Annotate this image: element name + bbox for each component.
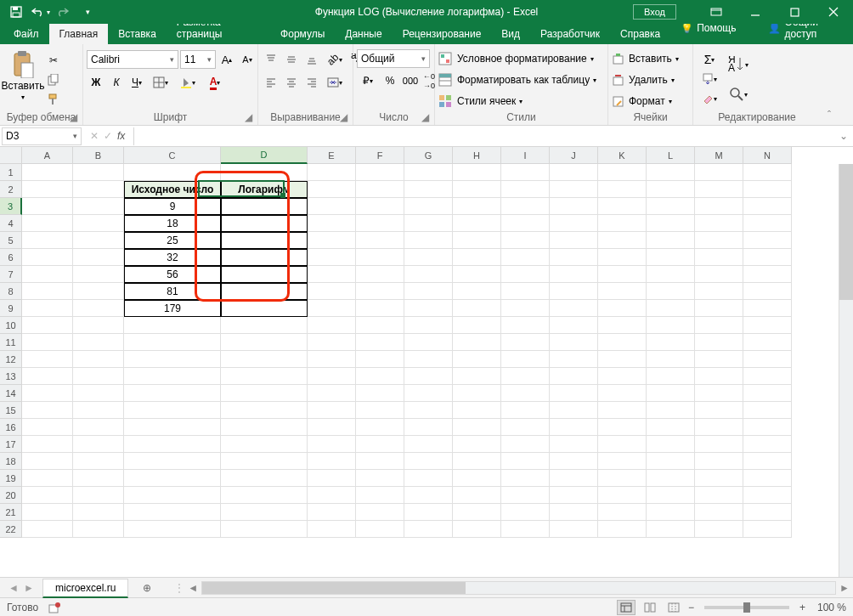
col-header-D[interactable]: D: [221, 147, 308, 164]
cell-D15[interactable]: [221, 402, 308, 419]
cell-L18[interactable]: [647, 453, 695, 470]
cell-A14[interactable]: [22, 385, 73, 402]
cell-E15[interactable]: [308, 402, 356, 419]
name-box[interactable]: D3▾: [2, 127, 82, 145]
cell-D11[interactable]: [221, 334, 308, 351]
cell-N12[interactable]: [743, 351, 792, 368]
tab-file[interactable]: Файл: [3, 24, 49, 44]
cell-I7[interactable]: [501, 266, 550, 283]
cell-H1[interactable]: [453, 164, 501, 181]
cancel-formula-icon[interactable]: ✕: [90, 130, 99, 142]
cell-C20[interactable]: [124, 487, 221, 504]
cell-L6[interactable]: [647, 249, 695, 266]
cell-D14[interactable]: [221, 385, 308, 402]
cell-B7[interactable]: [73, 266, 124, 283]
cell-N3[interactable]: [743, 198, 792, 215]
cell-C9[interactable]: 179: [124, 300, 221, 317]
row-header-9[interactable]: 9: [0, 300, 22, 317]
cell-H2[interactable]: [453, 181, 501, 198]
cell-A3[interactable]: [22, 198, 73, 215]
cell-A13[interactable]: [22, 368, 73, 385]
cell-I19[interactable]: [501, 470, 550, 487]
cell-A7[interactable]: [22, 266, 73, 283]
cell-D8[interactable]: [221, 283, 308, 300]
cell-F11[interactable]: [356, 334, 404, 351]
cell-E2[interactable]: [308, 181, 356, 198]
cell-L19[interactable]: [647, 470, 695, 487]
macro-record-icon[interactable]: [48, 602, 60, 613]
cell-I16[interactable]: [501, 419, 550, 436]
col-header-B[interactable]: B: [73, 147, 124, 164]
find-select-button[interactable]: ▾: [724, 80, 753, 109]
cell-M10[interactable]: [695, 317, 743, 334]
zoom-value[interactable]: 100 %: [811, 602, 846, 613]
cell-K22[interactable]: [598, 521, 647, 538]
cell-L21[interactable]: [647, 504, 695, 521]
cell-J12[interactable]: [550, 351, 598, 368]
cell-J20[interactable]: [550, 487, 598, 504]
cell-I21[interactable]: [501, 504, 550, 521]
cell-K4[interactable]: [598, 215, 647, 232]
cell-F4[interactable]: [356, 215, 404, 232]
align-right-button[interactable]: [302, 73, 321, 92]
cell-M3[interactable]: [695, 198, 743, 215]
tab-help[interactable]: Справка: [610, 24, 670, 44]
prev-sheet-icon[interactable]: ◄: [8, 582, 19, 594]
cell-E14[interactable]: [308, 385, 356, 402]
cell-B4[interactable]: [73, 215, 124, 232]
cell-J14[interactable]: [550, 385, 598, 402]
col-header-E[interactable]: E: [308, 147, 356, 164]
cell-N15[interactable]: [743, 402, 792, 419]
cell-G18[interactable]: [404, 453, 453, 470]
cell-D21[interactable]: [221, 504, 308, 521]
login-button[interactable]: Вход: [633, 4, 676, 20]
cell-M12[interactable]: [695, 351, 743, 368]
collapse-ribbon-button[interactable]: ˆ: [821, 44, 838, 125]
cell-G7[interactable]: [404, 266, 453, 283]
align-bottom-button[interactable]: [302, 50, 321, 69]
cell-A12[interactable]: [22, 351, 73, 368]
borders-button[interactable]: ▾: [148, 73, 173, 92]
cell-I12[interactable]: [501, 351, 550, 368]
view-page-layout-button[interactable]: [641, 600, 659, 615]
fill-color-button[interactable]: ▾: [175, 73, 201, 92]
col-header-H[interactable]: H: [453, 147, 501, 164]
cell-A1[interactable]: [22, 164, 73, 181]
cell-F8[interactable]: [356, 283, 404, 300]
cell-G19[interactable]: [404, 470, 453, 487]
cell-G8[interactable]: [404, 283, 453, 300]
cell-B1[interactable]: [73, 164, 124, 181]
cell-B22[interactable]: [73, 521, 124, 538]
cell-F12[interactable]: [356, 351, 404, 368]
cell-D1[interactable]: [221, 164, 308, 181]
cell-E9[interactable]: [308, 300, 356, 317]
cell-H19[interactable]: [453, 470, 501, 487]
cell-K17[interactable]: [598, 436, 647, 453]
cell-K11[interactable]: [598, 334, 647, 351]
cell-K1[interactable]: [598, 164, 647, 181]
cell-K20[interactable]: [598, 487, 647, 504]
cell-B5[interactable]: [73, 232, 124, 249]
add-sheet-button[interactable]: ⊕: [137, 579, 157, 597]
cell-H16[interactable]: [453, 419, 501, 436]
cell-H20[interactable]: [453, 487, 501, 504]
cell-G15[interactable]: [404, 402, 453, 419]
cell-D3[interactable]: [221, 198, 308, 215]
row-header-17[interactable]: 17: [0, 436, 22, 453]
cell-C2[interactable]: Исходное число: [124, 181, 221, 198]
cell-N2[interactable]: [743, 181, 792, 198]
cell-D4[interactable]: [221, 215, 308, 232]
cell-E18[interactable]: [308, 453, 356, 470]
row-header-8[interactable]: 8: [0, 283, 22, 300]
cell-K3[interactable]: [598, 198, 647, 215]
cell-L13[interactable]: [647, 368, 695, 385]
cell-A15[interactable]: [22, 402, 73, 419]
cell-D13[interactable]: [221, 368, 308, 385]
cell-F21[interactable]: [356, 504, 404, 521]
cell-D5[interactable]: [221, 232, 308, 249]
merge-button[interactable]: ▾: [323, 73, 347, 92]
cell-L11[interactable]: [647, 334, 695, 351]
cell-G17[interactable]: [404, 436, 453, 453]
col-header-F[interactable]: F: [356, 147, 404, 164]
cell-N13[interactable]: [743, 368, 792, 385]
